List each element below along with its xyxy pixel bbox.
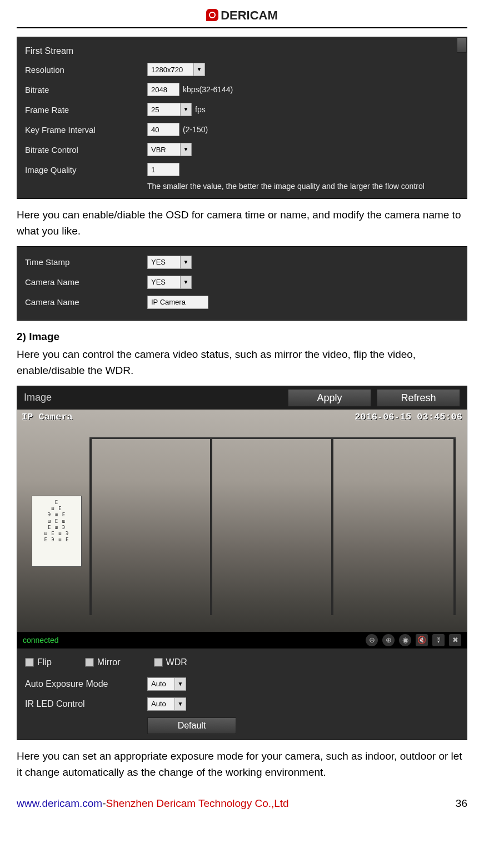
refresh-button[interactable]: Refresh <box>377 389 460 407</box>
brand-icon <box>206 9 218 21</box>
connection-status: connected <box>23 636 361 645</box>
zoom-in-icon[interactable]: ⊕ <box>382 634 395 646</box>
camname-input[interactable]: IP Camera <box>147 296 208 309</box>
brand-logo: DERICAM <box>206 8 278 22</box>
apply-button[interactable]: Apply <box>288 389 371 407</box>
camname-sel-value: YES <box>148 278 169 286</box>
camname-select[interactable]: YES ▼ <box>147 276 192 289</box>
dropdown-arrow-icon: ▼ <box>180 143 191 156</box>
dropdown-arrow-icon: ▼ <box>174 678 186 690</box>
irled-label: IR LED Control <box>25 699 147 709</box>
bitrate-label: Bitrate <box>25 85 147 94</box>
speaker-mute-icon[interactable]: 🔇 <box>416 634 428 646</box>
resolution-value: 1280x720 <box>148 66 186 74</box>
dropdown-arrow-icon: ▼ <box>180 103 191 116</box>
zoom-out-icon[interactable]: ⊖ <box>366 634 378 646</box>
keyframe-hint: (2-150) <box>183 125 208 134</box>
brcontrol-select[interactable]: VBR ▼ <box>147 143 192 156</box>
image-panel: Image Apply Refresh IP Camera 2016-06-15… <box>17 386 467 740</box>
irled-select[interactable]: Auto ▼ <box>147 697 186 711</box>
bitrate-hint: kbps(32-6144) <box>183 85 233 94</box>
video-preview: IP Camera 2016-06-15 03:45:06 E ш E Э ш … <box>17 410 467 648</box>
default-button[interactable]: Default <box>147 717 236 734</box>
framerate-select[interactable]: 25 ▼ <box>147 103 192 116</box>
bitrate-input[interactable]: 2048 <box>147 83 179 96</box>
footer-company: Shenzhen Dericam Technology Co.,Ltd <box>106 797 288 809</box>
keyframe-label: Key Frame Interval <box>25 125 147 134</box>
timestamp-value: YES <box>148 258 169 266</box>
dropdown-arrow-icon: ▼ <box>193 63 204 76</box>
scrollbar-thumb[interactable] <box>457 37 467 53</box>
irled-value: Auto <box>148 700 169 708</box>
wdr-label: WDR <box>166 657 187 667</box>
section-2-heading: 2) Image <box>17 331 467 343</box>
mirror-label: Mirror <box>97 657 121 667</box>
brand-text: DERICAM <box>221 8 278 22</box>
mirror-checkbox-wrap[interactable]: Mirror <box>85 657 121 667</box>
wdr-checkbox[interactable] <box>154 658 163 667</box>
camname-sel-label: Camera Name <box>25 277 147 287</box>
flip-label: Flip <box>37 657 52 667</box>
page-footer: www.dericam.com-Shenzhen Dericam Technol… <box>17 797 467 810</box>
brcontrol-value: VBR <box>148 146 169 154</box>
image-controls: Flip Mirror WDR Auto Exposure Mode Auto … <box>17 648 467 740</box>
framerate-value: 25 <box>148 106 162 114</box>
aemode-select[interactable]: Auto ▼ <box>147 677 186 691</box>
page-header: DERICAM <box>17 8 467 28</box>
image-panel-title: Image <box>24 392 282 403</box>
first-stream-panel: First Stream Resolution 1280x720 ▼ Bitra… <box>17 37 467 199</box>
dropdown-arrow-icon: ▼ <box>174 698 186 710</box>
record-icon[interactable]: ◉ <box>399 634 411 646</box>
section-2-text: Here you can control the camera video st… <box>17 346 467 379</box>
timestamp-select[interactable]: YES ▼ <box>147 256 192 269</box>
camname-txt-label: Camera Name <box>25 297 147 307</box>
page-number: 36 <box>456 797 467 810</box>
dropdown-arrow-icon: ▼ <box>180 276 191 288</box>
resolution-label: Resolution <box>25 65 147 74</box>
osd-description: Here you can enable/diable the OSD for c… <box>17 207 467 240</box>
aemode-value: Auto <box>148 680 169 688</box>
eye-chart-poster: E ш E Э ш E ш E ш E ш Э ш E ш Э E Э ш E <box>32 496 82 567</box>
scene-glass-wall <box>89 437 456 615</box>
footer-url: www.dericam.com <box>17 797 102 809</box>
osd-panel: Time Stamp YES ▼ Camera Name YES ▼ Camer… <box>17 246 467 321</box>
framerate-label: Frame Rate <box>25 105 147 114</box>
imgquality-label: Image Quality <box>25 165 147 174</box>
wdr-checkbox-wrap[interactable]: WDR <box>154 657 187 667</box>
timestamp-label: Time Stamp <box>25 257 147 267</box>
imgquality-input[interactable]: 1 <box>147 163 179 176</box>
overlay-camera-name: IP Camera <box>22 412 73 422</box>
brcontrol-label: Bitrate Control <box>25 145 147 154</box>
first-stream-title: First Stream <box>25 46 147 56</box>
flip-checkbox[interactable] <box>25 658 34 667</box>
keyframe-input[interactable]: 40 <box>147 123 179 136</box>
settings-icon[interactable]: ✖ <box>449 634 461 646</box>
dropdown-arrow-icon: ▼ <box>180 256 191 268</box>
mic-mute-icon[interactable]: 🎙 <box>432 634 445 646</box>
video-status-bar: connected ⊖ ⊕ ◉ 🔇 🎙 ✖ <box>17 632 467 648</box>
exposure-description: Here you can set an appropriate exposure… <box>17 748 467 781</box>
imgquality-helper: The smaller the value, the better the im… <box>25 179 459 191</box>
aemode-label: Auto Exposure Mode <box>25 679 147 689</box>
footer-left: www.dericam.com-Shenzhen Dericam Technol… <box>17 797 289 810</box>
flip-checkbox-wrap[interactable]: Flip <box>25 657 52 667</box>
image-panel-header: Image Apply Refresh <box>17 386 467 410</box>
mirror-checkbox[interactable] <box>85 658 94 667</box>
resolution-select[interactable]: 1280x720 ▼ <box>147 63 205 76</box>
framerate-unit: fps <box>195 105 206 114</box>
overlay-timestamp: 2016-06-15 03:45:06 <box>355 412 462 422</box>
